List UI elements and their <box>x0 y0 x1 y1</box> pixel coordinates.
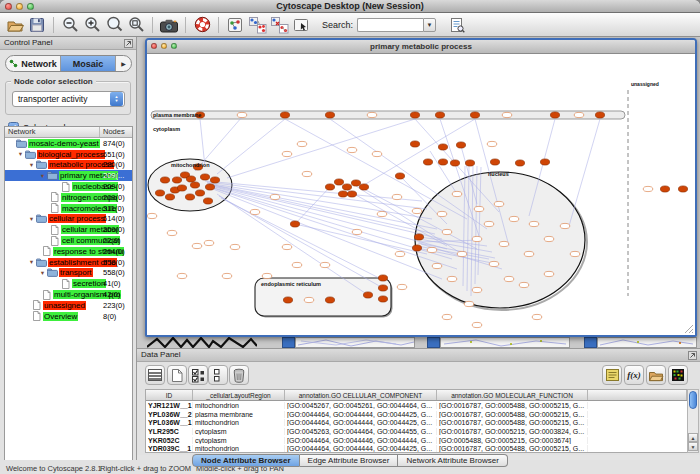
network-node-selected[interactable] <box>359 184 368 190</box>
network-node-unselected[interactable] <box>270 194 280 199</box>
new-attribute-icon[interactable] <box>167 365 187 385</box>
table-row[interactable]: YLR295Ccytoplasm[GO:0045263, GO:0044464,… <box>146 427 687 436</box>
network-node-selected[interactable] <box>550 112 559 118</box>
network-node-unselected[interactable] <box>230 244 240 249</box>
tab-node-attribute-browser[interactable]: Node Attribute Browser <box>192 454 300 467</box>
attribute-table[interactable]: ID_cellularLayoutRegionannotation.GO CEL… <box>145 389 688 453</box>
background-window-fragment[interactable] <box>597 337 697 348</box>
network-node-unselected[interactable] <box>347 147 357 152</box>
network-node-selected[interactable] <box>540 159 549 165</box>
network-node-selected[interactable] <box>177 185 186 191</box>
table-column-header[interactable]: ID <box>146 390 193 400</box>
tree-row[interactable]: nucleobase-209(0) <box>5 181 132 192</box>
tree-row[interactable]: mosaic-demo-yeast874(0) <box>5 138 132 149</box>
network-node-unselected[interactable] <box>302 171 312 176</box>
network-node-unselected[interactable] <box>643 186 653 191</box>
layout-network-icon[interactable] <box>224 14 246 35</box>
network-node-unselected[interactable] <box>262 273 272 278</box>
network-node-unselected[interactable] <box>204 240 214 245</box>
network-node-unselected[interactable] <box>367 112 377 117</box>
network-node-unselected[interactable] <box>502 112 512 117</box>
network-node-unselected[interactable] <box>282 244 292 249</box>
tree-row[interactable]: ▼cellular process614(0) <box>5 214 132 225</box>
network-node-selected[interactable] <box>186 176 195 182</box>
float-panel-icon[interactable] <box>124 39 133 48</box>
network-node-selected[interactable] <box>410 141 419 147</box>
network-node-unselected[interactable] <box>397 284 407 289</box>
network-node-selected[interactable] <box>515 160 524 166</box>
network-node-selected[interactable] <box>190 182 199 188</box>
network-node-selected[interactable] <box>195 190 204 196</box>
network-node-selected[interactable] <box>395 173 404 179</box>
network-node-unselected[interactable] <box>544 236 554 241</box>
network-node-unselected[interactable] <box>570 251 580 256</box>
disclosure-triangle[interactable]: ▼ <box>27 216 36 222</box>
tab-mosaic[interactable]: Mosaic <box>61 56 116 71</box>
network-node-unselected[interactable] <box>499 241 509 246</box>
tree-row[interactable]: ▼establishment of lo558(0) <box>5 257 132 268</box>
network-node-selected[interactable] <box>347 191 356 197</box>
background-window-fragment[interactable] <box>295 337 415 348</box>
search-dropdown-arrow[interactable]: ▼ <box>423 18 436 32</box>
network-node-selected[interactable] <box>280 112 289 118</box>
delete-attribute-icon[interactable] <box>229 365 249 385</box>
network-node-unselected[interactable] <box>437 211 447 216</box>
zoom-in-icon[interactable] <box>81 14 103 35</box>
network-node-unselected[interactable] <box>519 282 529 287</box>
scrollbar-thumb[interactable] <box>689 391 697 409</box>
function-builder-icon[interactable]: f(x) <box>624 365 644 385</box>
network-node-selected[interactable] <box>338 191 347 197</box>
network-node-selected[interactable] <box>342 184 351 190</box>
attribute-editor-icon[interactable] <box>602 365 622 385</box>
save-icon[interactable] <box>26 14 48 35</box>
network-node-selected[interactable] <box>351 180 360 186</box>
network-node-selected[interactable] <box>160 177 169 183</box>
disclosure-triangle[interactable]: ▼ <box>38 173 47 179</box>
tab-network[interactable]: Network <box>6 56 61 71</box>
scroll-up-arrow[interactable]: ▲ <box>688 433 698 442</box>
zoom-out-icon[interactable] <box>59 14 81 35</box>
network-node-selected[interactable] <box>414 234 423 240</box>
disclosure-triangle[interactable]: ▼ <box>16 151 25 157</box>
network-node-unselected[interactable] <box>524 251 534 256</box>
network-node-unselected[interactable] <box>464 301 474 306</box>
network-node-unselected[interactable] <box>452 191 462 196</box>
network-node-selected[interactable] <box>465 160 474 166</box>
tab-overflow-arrow[interactable]: ▶ <box>116 56 131 71</box>
network-node-unselected[interactable] <box>297 141 307 146</box>
network-node-unselected[interactable] <box>372 151 382 156</box>
open-file-icon[interactable] <box>4 14 26 35</box>
network-node-selected[interactable] <box>378 296 387 302</box>
show-all-columns-icon[interactable] <box>145 365 165 385</box>
network-node-selected[interactable] <box>378 285 387 291</box>
tab-network-attribute-browser[interactable]: Network Attribute Browser <box>398 454 507 467</box>
snapshot-camera-icon[interactable] <box>158 14 180 35</box>
table-row[interactable]: YJR121W__1mitochondrion[GO:0045267, GO:0… <box>146 401 687 410</box>
network-node-unselected[interactable] <box>395 251 405 256</box>
tree-row[interactable]: response to stimulu264(0) <box>5 246 132 257</box>
network-node-selected[interactable] <box>456 142 465 148</box>
search-options-icon[interactable] <box>446 14 468 35</box>
network-node-unselected[interactable] <box>412 208 422 213</box>
network-node-selected[interactable] <box>155 190 164 196</box>
disclosure-triangle[interactable]: ▼ <box>27 162 36 168</box>
network-node-unselected[interactable] <box>192 243 202 248</box>
network-node-unselected[interactable] <box>282 151 292 156</box>
network-node-unselected[interactable] <box>177 273 187 278</box>
network-node-unselected[interactable] <box>472 322 482 327</box>
network-node-selected[interactable] <box>435 112 444 118</box>
network-node-unselected[interactable] <box>474 206 484 211</box>
unselect-attributes-icon[interactable] <box>208 365 228 385</box>
network-node-unselected[interactable] <box>504 276 514 281</box>
network-node-unselected[interactable] <box>529 221 539 226</box>
tree-column-nodes[interactable]: Nodes <box>100 127 132 137</box>
tree-row[interactable]: ▼metabolic process280(0) <box>5 160 132 171</box>
network-node-selected[interactable] <box>660 186 669 192</box>
disclosure-triangle[interactable]: ▼ <box>38 270 47 276</box>
background-window-fragment[interactable] <box>147 337 257 348</box>
network-node-selected[interactable] <box>325 112 334 118</box>
network-node-unselected[interactable] <box>532 314 542 319</box>
network-node-unselected[interactable] <box>167 230 177 235</box>
network-node-selected[interactable] <box>210 177 219 183</box>
tree-row[interactable]: macromolecule311(0) <box>5 203 132 214</box>
